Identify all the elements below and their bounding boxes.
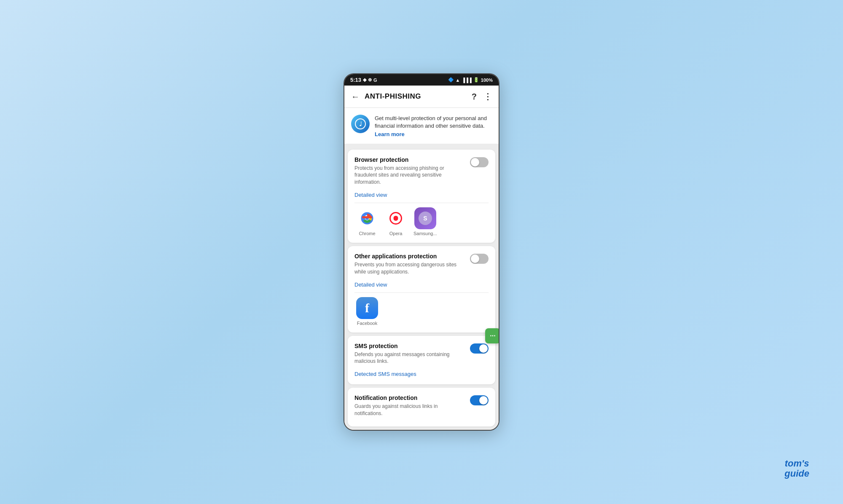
notification-protection-card: Notification protection Guards you again… xyxy=(348,388,495,426)
sms-title-group: SMS protection Defends you against messa… xyxy=(354,343,470,365)
toggle-track xyxy=(470,343,489,354)
phone-frame: 5:13 ◆ ⊕ G 🔷 ▲ ▐▐▐ 🔋 100% ← ANTI-PHISHIN… xyxy=(344,73,499,431)
other-apps-detailed-link[interactable]: Detailed view xyxy=(354,281,387,288)
divider xyxy=(354,203,489,203)
app-bar: ← ANTI-PHISHING ? ⋮ xyxy=(344,86,499,108)
svg-text:♩: ♩ xyxy=(359,121,362,127)
content-area: ♩ Get multi-level protection of your per… xyxy=(344,108,499,430)
samsung-svg: S xyxy=(418,211,432,225)
sms-protection-title: SMS protection xyxy=(354,343,465,349)
browser-protection-desc: Protects you from accessing phishing or … xyxy=(354,165,465,186)
signal-icon: ▐▐▐ xyxy=(462,78,471,83)
other-apps-toggle[interactable] xyxy=(470,254,489,264)
opera-icon xyxy=(385,207,407,229)
toggle-thumb xyxy=(479,344,488,353)
toggle-track xyxy=(470,395,489,405)
opera-svg xyxy=(388,210,404,226)
toggle-track xyxy=(470,157,489,167)
sms-protection-desc: Defends you against messages containing … xyxy=(354,351,465,365)
chrome-app-item[interactable]: Chrome xyxy=(356,207,378,236)
status-bar: 5:13 ◆ ⊕ G 🔷 ▲ ▐▐▐ 🔋 100% xyxy=(344,74,499,86)
other-apps-row: f Facebook xyxy=(354,297,489,326)
dot-icon: ◆ xyxy=(363,77,366,83)
anti-phishing-icon: ♩ xyxy=(351,115,370,133)
fab-container: ··· SMS protection Defends you against m… xyxy=(344,336,499,385)
notification-protection-title: Notification protection xyxy=(354,394,465,401)
browser-protection-title: Browser protection xyxy=(354,156,465,163)
notification-protection-desc: Guards you against malicious links in no… xyxy=(354,403,465,417)
g-icon: G xyxy=(373,78,377,83)
browser-protection-card: Browser protection Protects you from acc… xyxy=(348,150,495,243)
svg-text:S: S xyxy=(423,215,427,222)
chrome-svg xyxy=(359,210,375,226)
facebook-icon: f xyxy=(356,297,378,319)
samsung-label: Samsung... xyxy=(413,231,437,236)
header-text: Get multi-level protection of your perso… xyxy=(375,115,492,137)
bluetooth-icon: 🔷 xyxy=(448,77,454,83)
notification-protection-toggle[interactable] xyxy=(470,395,489,405)
browser-protection-toggle[interactable] xyxy=(470,157,489,167)
header-svg-icon: ♩ xyxy=(355,118,366,129)
chrome-icon xyxy=(356,207,378,229)
circle-icon: ⊕ xyxy=(368,77,372,83)
notification-header: Notification protection Guards you again… xyxy=(354,394,489,417)
back-button[interactable]: ← xyxy=(351,92,360,102)
more-options-button[interactable]: ⋮ xyxy=(483,91,492,102)
browser-protection-detailed-link[interactable]: Detailed view xyxy=(354,192,387,198)
toggle-thumb xyxy=(471,158,479,166)
help-button[interactable]: ? xyxy=(472,92,477,102)
sms-protection-card: SMS protection Defends you against messa… xyxy=(348,336,495,385)
other-apps-desc: Prevents you from accessing dangerous si… xyxy=(354,261,465,276)
opera-label: Opera xyxy=(389,231,403,236)
chrome-label: Chrome xyxy=(359,231,375,236)
divider xyxy=(354,292,489,293)
opera-app-item[interactable]: Opera xyxy=(385,207,407,236)
toggle-thumb xyxy=(479,396,488,405)
other-apps-header: Other applications protection Prevents y… xyxy=(354,253,489,276)
sms-detected-link[interactable]: Detected SMS messages xyxy=(354,371,416,377)
watermark: tom's guide xyxy=(784,458,809,479)
app-bar-actions: ? ⋮ xyxy=(472,91,492,102)
browser-apps-row: Chrome Opera xyxy=(354,207,489,236)
browser-protection-title-group: Browser protection Protects you from acc… xyxy=(354,156,470,186)
sms-header: SMS protection Defends you against messa… xyxy=(354,343,489,365)
watermark-guide: guide xyxy=(784,469,809,479)
status-left: 5:13 ◆ ⊕ G xyxy=(350,77,377,83)
learn-more-link[interactable]: Learn more xyxy=(375,131,405,137)
other-apps-title: Other applications protection xyxy=(354,253,465,260)
facebook-label: Facebook xyxy=(357,321,377,326)
other-apps-title-group: Other applications protection Prevents y… xyxy=(354,253,470,276)
watermark-toms: tom's xyxy=(784,458,809,469)
samsung-icon: S xyxy=(414,207,436,229)
header-description: ♩ Get multi-level protection of your per… xyxy=(344,108,499,146)
battery-icon: 🔋 xyxy=(473,77,479,83)
wifi-icon: ▲ xyxy=(456,78,460,83)
svg-rect-6 xyxy=(362,216,372,218)
toggle-thumb xyxy=(471,255,479,263)
sms-fab-button[interactable]: ··· xyxy=(485,328,499,343)
notification-title-group: Notification protection Guards you again… xyxy=(354,394,470,417)
page-title: ANTI-PHISHING xyxy=(365,92,472,101)
samsung-app-item[interactable]: S Samsung... xyxy=(413,207,437,236)
sms-protection-toggle[interactable] xyxy=(470,343,489,354)
battery-percent: 100% xyxy=(481,78,493,83)
toggle-track xyxy=(470,254,489,264)
facebook-app-item[interactable]: f Facebook xyxy=(356,297,378,326)
other-apps-protection-card: Other applications protection Prevents y… xyxy=(348,246,495,332)
status-right: 🔷 ▲ ▐▐▐ 🔋 100% xyxy=(448,77,493,83)
browser-protection-header: Browser protection Protects you from acc… xyxy=(354,156,489,186)
header-description-text: Get multi-level protection of your perso… xyxy=(375,115,492,130)
status-time: 5:13 xyxy=(350,77,361,83)
